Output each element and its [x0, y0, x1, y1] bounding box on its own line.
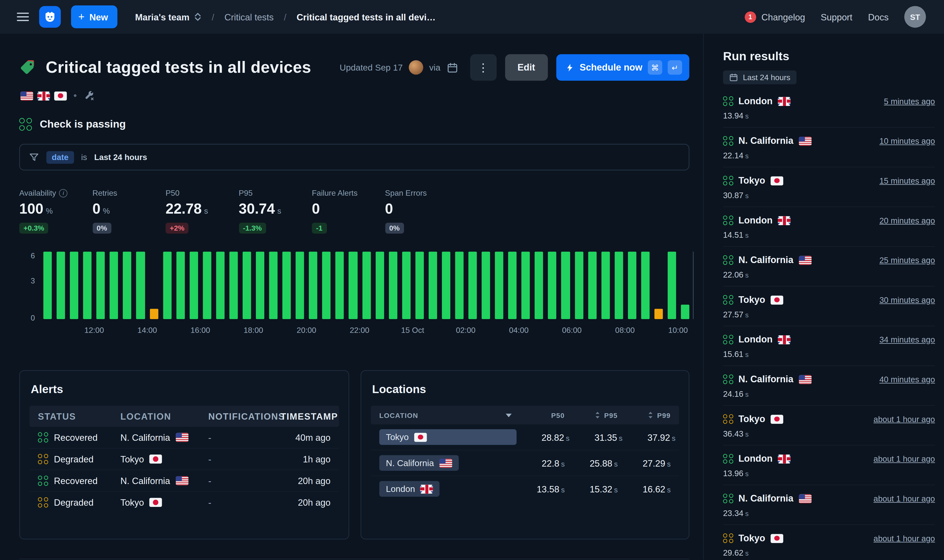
run-timestamp-link[interactable]: 20 minutes ago [879, 216, 935, 225]
run-result-row[interactable]: Tokyo30 minutes ago27.57s [723, 287, 935, 326]
chart-bar-passing[interactable] [283, 252, 291, 319]
chart-bar-passing[interactable] [442, 252, 450, 319]
column-p50[interactable]: P50 [512, 412, 565, 418]
run-result-row[interactable]: Tokyoabout 1 hour ago36.43s [723, 406, 935, 446]
more-options-button[interactable]: ⋮ [470, 54, 497, 81]
run-timestamp-link[interactable]: about 1 hour ago [873, 454, 935, 463]
chart-bar-passing[interactable] [216, 252, 224, 319]
chart-bar-passing[interactable] [256, 252, 264, 319]
column-status[interactable]: Status [38, 411, 120, 422]
chart-bar-passing[interactable] [429, 252, 437, 319]
filter-value[interactable]: Last 24 hours [94, 153, 147, 162]
chart-bar-passing[interactable] [455, 252, 463, 319]
location-chip[interactable]: London [379, 481, 440, 497]
chart-bar-passing[interactable] [43, 252, 52, 319]
alert-row[interactable]: DegradedTokyo-1h ago [29, 448, 339, 470]
column-location[interactable]: Location [120, 411, 209, 422]
chart-bar-passing[interactable] [575, 252, 583, 319]
sort-up-down-icon[interactable] [595, 411, 601, 419]
location-row[interactable]: London13.58s15.32s16.62s [371, 476, 679, 502]
chart-bar-passing[interactable] [123, 252, 132, 319]
chart-bar-passing[interactable] [349, 252, 357, 319]
column-p95[interactable]: P95 [565, 411, 618, 419]
run-timestamp-link[interactable]: 15 minutes ago [879, 176, 935, 185]
chart-bar-passing[interactable] [229, 252, 238, 319]
chart-bar-passing[interactable] [535, 252, 543, 319]
sort-up-down-icon[interactable] [648, 411, 653, 419]
chart-bar-passing[interactable] [362, 252, 371, 319]
chart-bar-passing[interactable] [468, 252, 477, 319]
chart-bar-passing[interactable] [322, 252, 331, 319]
chart-bar-passing[interactable] [561, 252, 570, 319]
chart-bar-passing[interactable] [601, 252, 610, 319]
run-timestamp-link[interactable]: 5 minutes ago [884, 97, 935, 106]
chart-bar-passing[interactable] [335, 252, 344, 319]
run-timestamp-link[interactable]: about 1 hour ago [873, 414, 935, 423]
chart-bar-passing[interactable] [548, 252, 556, 319]
chart-bar-passing[interactable] [269, 252, 278, 319]
alert-row[interactable]: DegradedTokyo-20h ago [29, 492, 339, 513]
run-result-row[interactable]: Tokyo15 minutes ago30.87s [723, 168, 935, 207]
chart-bar-passing[interactable] [521, 252, 530, 319]
location-row[interactable]: N. California22.8s25.88s27.29s [371, 450, 679, 476]
column-timestamp[interactable]: Timestamp [280, 411, 338, 422]
filter-field-chip[interactable]: date [46, 151, 74, 163]
breadcrumb-critical-tests[interactable]: Critical tests [224, 12, 274, 22]
chart-bar-degraded[interactable] [654, 309, 663, 319]
run-timestamp-link[interactable]: 34 minutes ago [879, 335, 935, 344]
changelog-link[interactable]: 1 Changelog [745, 11, 805, 23]
edit-button[interactable]: Edit [505, 54, 548, 81]
chart-bar-passing[interactable] [110, 252, 118, 319]
location-row[interactable]: Tokyo28.82s31.35s37.92s [371, 425, 679, 450]
chart-bar-passing[interactable] [243, 252, 251, 319]
chart-bar-passing[interactable] [588, 252, 597, 319]
chart-bar-passing[interactable] [495, 252, 503, 319]
chart-bar-passing[interactable] [668, 252, 676, 319]
chart-bar-passing[interactable] [389, 252, 397, 319]
chart-bar-passing[interactable] [163, 252, 171, 319]
chart-bar-passing[interactable] [508, 252, 517, 319]
column-location[interactable]: Location [379, 412, 512, 418]
chart-bar-passing[interactable] [83, 252, 91, 319]
location-chip[interactable]: N. California [379, 455, 459, 471]
run-result-row[interactable]: N. California40 minutes ago24.16s [723, 366, 935, 406]
run-result-row[interactable]: Londonabout 1 hour ago13.96s [723, 445, 935, 485]
chart-bar-degraded[interactable] [150, 309, 158, 319]
hamburger-menu-icon[interactable] [17, 12, 29, 21]
chart-bar-passing[interactable] [296, 252, 304, 319]
info-icon[interactable]: i [59, 189, 68, 197]
run-timestamp-link[interactable]: 10 minutes ago [879, 137, 935, 146]
chart-bar-passing[interactable] [641, 252, 649, 319]
sort-caret-down-icon[interactable] [506, 413, 512, 417]
run-result-row[interactable]: N. California25 minutes ago22.06s [723, 247, 935, 287]
run-timestamp-link[interactable]: about 1 hour ago [873, 494, 935, 503]
user-avatar[interactable]: ST [904, 6, 926, 28]
column-notifications[interactable]: Notifications [208, 411, 280, 422]
chart-bar-passing[interactable] [189, 252, 198, 319]
run-result-row[interactable]: London20 minutes ago14.51s [723, 207, 935, 247]
run-timestamp-link[interactable]: 30 minutes ago [879, 295, 935, 304]
chart-bar-passing[interactable] [137, 252, 145, 319]
chart-bar-passing[interactable] [628, 252, 636, 319]
run-result-row[interactable]: London5 minutes ago13.94s [723, 88, 935, 128]
run-result-row[interactable]: N. California10 minutes ago22.14s [723, 128, 935, 168]
chart-bar-passing[interactable] [176, 252, 184, 319]
chart-bar-passing[interactable] [57, 252, 65, 319]
run-timestamp-link[interactable]: about 1 hour ago [873, 534, 935, 543]
docs-link[interactable]: Docs [868, 12, 889, 22]
run-result-row[interactable]: Tokyoabout 1 hour ago29.62s [723, 525, 935, 560]
column-p99[interactable]: P99 [618, 411, 671, 419]
run-timestamp-link[interactable]: 40 minutes ago [879, 375, 935, 384]
chart-bar-passing[interactable] [615, 252, 623, 319]
chart-bar-passing[interactable] [70, 252, 78, 319]
filter-bar[interactable]: date is Last 24 hours [19, 144, 689, 170]
chart-bar-passing[interactable] [415, 252, 424, 319]
support-link[interactable]: Support [821, 12, 853, 22]
team-switcher[interactable]: Maria's team [135, 12, 201, 22]
chart-bar-passing[interactable] [681, 305, 689, 319]
run-results-range-chip[interactable]: Last 24 hours [723, 71, 796, 84]
chart-bar-passing[interactable] [96, 252, 105, 319]
schedule-now-button[interactable]: Schedule now ⌘ ↵ [556, 54, 689, 81]
location-chip[interactable]: Tokyo [379, 429, 517, 445]
chart-bar-passing[interactable] [203, 252, 211, 319]
